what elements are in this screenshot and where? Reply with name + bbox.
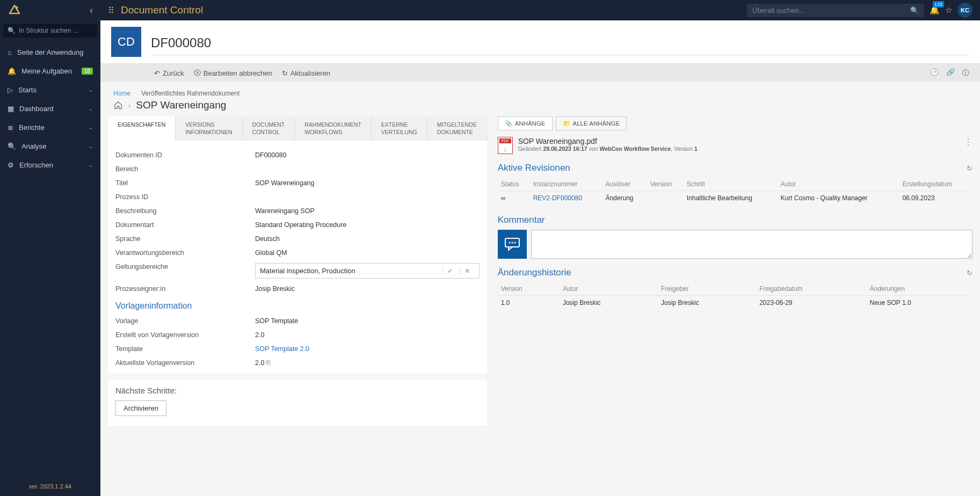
field-label: Sprache	[115, 235, 255, 243]
apps-grid-icon[interactable]: ⠿	[108, 5, 114, 16]
collapse-sidebar-icon[interactable]: ‹	[90, 5, 93, 16]
sidebar-item-meine-aufgaben[interactable]: 🔔Meine Aufgaben18	[0, 62, 100, 81]
column-header: Schritt	[684, 178, 778, 191]
back-button[interactable]: ↶Zurück	[154, 69, 184, 77]
column-header: Freigabedatum	[756, 282, 866, 296]
column-header: Erstellungsdatum	[899, 178, 972, 191]
field-label: Beschreibung	[115, 207, 255, 215]
svg-point-3	[511, 242, 513, 244]
sidebar-item-dashboard[interactable]: ▦Dashboard⌄	[0, 99, 100, 118]
tab-externe[interactable]: EXTERNEVERTEILUNG	[372, 116, 427, 141]
refresh-button[interactable]: ↻Aktualisieren	[282, 69, 330, 77]
sidebar-search-input[interactable]: 🔍 In Struktur suchen ...	[3, 24, 97, 38]
tab-eigenschaften[interactable]: EIGENSCHAFTEN	[108, 116, 176, 141]
sidebar: ‹ 🔍 In Struktur suchen ... ⌂Seite der An…	[0, 0, 100, 496]
field-value: 2.0 ⎘	[255, 359, 480, 367]
field-value: Wareneingang SOP	[255, 207, 480, 215]
attachment-menu-icon[interactable]: ⋮	[964, 137, 972, 154]
history-table: VersionAutorFreigeberFreigabedatumÄnderu…	[498, 282, 972, 310]
sidebar-item-starts[interactable]: ▷Starts⌄	[0, 81, 100, 99]
scopes-multiselect[interactable]: Material inspection, Production ✓ ≡	[255, 263, 480, 279]
column-header: Instanznummer	[530, 178, 602, 191]
attachment-filename[interactable]: SOP Wareneingang.pdf	[518, 137, 698, 145]
breadcrumb-chevron-icon: ›	[128, 101, 130, 110]
column-header: Auslöser	[602, 178, 647, 191]
refresh-revisions-icon[interactable]: ↻	[967, 164, 972, 172]
notifications-icon[interactable]: 🔔133	[930, 5, 940, 15]
field-label: Prozesseigner:in	[115, 285, 255, 293]
breadcrumb: Home Veröffentlichtes Rahmendokument	[108, 90, 972, 97]
document-header: CD DF000080	[100, 20, 980, 64]
field-label: Bereich	[115, 165, 255, 173]
app-title: Document Control	[121, 4, 203, 16]
home-icon: ⌂	[8, 48, 12, 56]
folder-icon: 📁	[563, 120, 570, 127]
field-value: Josip Breskic	[255, 285, 480, 293]
confirm-icon[interactable]: ✓	[442, 267, 458, 275]
chevron-down-icon: ⌄	[88, 86, 93, 93]
field-value: 2.0	[255, 331, 480, 339]
field-label: Titel	[115, 179, 255, 187]
sidebar-item-label: Dashboard	[19, 105, 54, 113]
field-label: Erstellt von Vorlagenversion	[115, 331, 255, 339]
link-icon[interactable]: 🔗	[946, 68, 955, 78]
play-icon: ▷	[8, 86, 13, 94]
action-bar: ↶Zurück ⓧBearbeiten abbrechen ↻Aktualisi…	[100, 64, 980, 82]
sidebar-item-seite-der-anwendung[interactable]: ⌂Seite der Anwendung	[0, 43, 100, 62]
sidebar-item-analyse[interactable]: 🔍Analyse⌄	[0, 137, 100, 156]
column-header: Version	[498, 282, 560, 296]
svg-point-2	[509, 242, 510, 244]
table-row[interactable]: 1.0Josip BreskicJosip Breskic2023-06-29N…	[498, 296, 972, 310]
report-icon: ≣	[8, 123, 13, 132]
bell-icon: 🔔	[8, 67, 16, 75]
column-header: Autor	[560, 282, 658, 296]
breadcrumb-home[interactable]: Home	[113, 90, 130, 97]
field-value: SOP Template	[255, 317, 480, 325]
refresh-history-icon[interactable]: ↻	[967, 269, 972, 277]
svg-point-4	[514, 242, 516, 244]
field-label: Dokumenten ID	[115, 151, 255, 159]
info-icon[interactable]: ⓘ	[962, 68, 969, 78]
page-title: SOP Wareneingang	[136, 99, 226, 111]
tab-versions[interactable]: VERSIONSINFORMATIONEN	[176, 116, 242, 141]
comment-textarea[interactable]	[531, 230, 972, 259]
field-label: Aktuellste Vorlagenversion	[115, 359, 255, 367]
next-steps: Nächste Schritte: Archivieren	[108, 380, 487, 426]
field-value	[255, 165, 480, 173]
table-row[interactable]: ∞REV2-DF000080ÄnderungInhaltliche Bearbe…	[498, 191, 972, 206]
document-id-title: DF000080	[151, 35, 969, 50]
sidebar-item-label: Analyse	[21, 142, 46, 150]
field-label: Geltungsbereiche	[115, 263, 255, 279]
tab-mitgeltende[interactable]: MITGELTENDEDOKUMENTE	[427, 116, 487, 141]
breadcrumb-path: Veröffentlichtes Rahmendokument	[141, 90, 239, 97]
archive-button[interactable]: Archivieren	[115, 400, 166, 416]
tab-attachments[interactable]: 📎ANHÄNGE	[498, 116, 553, 130]
tab-document[interactable]: DOCUMENTCONTROL	[243, 116, 295, 141]
cancel-edit-button[interactable]: ⓧBearbeiten abbrechen	[194, 68, 272, 78]
attachment-row: SOP Wareneingang.pdf Geändert 29.06.2023…	[498, 137, 972, 154]
comment-icon	[498, 230, 527, 259]
chevron-down-icon: ⌄	[88, 162, 93, 169]
pdf-icon[interactable]	[498, 137, 513, 154]
history-icon[interactable]: 🕑	[930, 68, 939, 78]
version-label: ver. 2023.1.2.44	[0, 477, 100, 496]
tab-rahmendokument[interactable]: RAHMENDOKUMENTWORKFLOWS	[295, 116, 372, 141]
global-search-input[interactable]: Überall suchen... 🔍	[747, 4, 924, 17]
user-avatar[interactable]: KC	[957, 3, 972, 18]
field-value[interactable]: SOP Template 2.0	[255, 345, 480, 353]
copy-icon[interactable]: ⎘	[266, 359, 271, 367]
list-icon[interactable]: ≡	[460, 267, 475, 275]
back-arrow-icon: ↶	[154, 69, 160, 77]
dash-icon: ▦	[8, 105, 14, 113]
home-icon[interactable]	[113, 100, 123, 110]
tab-all-attachments[interactable]: 📁ALLE ANHÄNGE	[556, 116, 627, 130]
favorite-star-icon[interactable]: ☆	[945, 5, 952, 15]
chevron-down-icon: ⌄	[88, 143, 93, 150]
sidebar-item-label: Berichte	[19, 123, 45, 132]
sidebar-item-berichte[interactable]: ≣Berichte⌄	[0, 118, 100, 137]
paperclip-icon: 📎	[505, 120, 512, 127]
sidebar-item-erforschen[interactable]: ⚙Erforschen⌄	[0, 156, 100, 174]
section-change-history: Änderungshistorie	[498, 267, 571, 278]
chevron-down-icon: ⌄	[88, 124, 93, 131]
column-header: Autor	[778, 178, 899, 191]
